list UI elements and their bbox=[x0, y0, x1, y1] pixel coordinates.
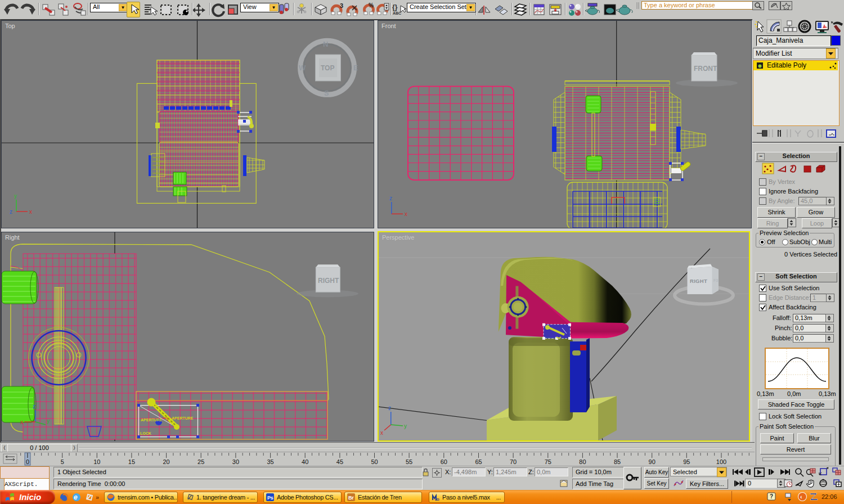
svg-text:W: W bbox=[299, 64, 306, 72]
svg-text:%: % bbox=[369, 2, 374, 8]
svg-text:10: 10 bbox=[93, 458, 100, 465]
svg-text:Perspective: Perspective bbox=[382, 234, 414, 241]
svg-text:RIGHT: RIGHT bbox=[318, 277, 339, 285]
svg-text:»: » bbox=[96, 494, 99, 501]
svg-text:LOCK: LOCK bbox=[140, 431, 151, 435]
svg-text:RIGHT: RIGHT bbox=[690, 278, 707, 284]
svg-text:?: ? bbox=[770, 493, 773, 500]
svg-text:35: 35 bbox=[267, 458, 273, 465]
svg-text:90: 90 bbox=[649, 458, 656, 465]
svg-text:100: 100 bbox=[716, 458, 726, 465]
svg-text:{}: {} bbox=[392, 3, 398, 11]
svg-text:y: y bbox=[47, 418, 50, 424]
svg-text:22:06: 22:06 bbox=[821, 493, 837, 500]
svg-text:Ps: Ps bbox=[267, 495, 273, 501]
svg-text:80: 80 bbox=[579, 458, 586, 465]
svg-text:x: x bbox=[29, 209, 32, 215]
svg-text:ABC: ABC bbox=[393, 11, 401, 15]
svg-text:z: z bbox=[389, 195, 392, 201]
svg-text:E: E bbox=[353, 64, 358, 72]
svg-text:55: 55 bbox=[406, 458, 412, 465]
svg-text:Front: Front bbox=[381, 22, 396, 29]
svg-text:25: 25 bbox=[197, 458, 204, 465]
svg-text:S: S bbox=[324, 89, 329, 97]
svg-text:3: 3 bbox=[340, 2, 343, 9]
svg-text:60: 60 bbox=[441, 458, 447, 465]
svg-text:y: y bbox=[404, 423, 407, 429]
svg-text:z: z bbox=[10, 209, 12, 215]
svg-text:65: 65 bbox=[475, 458, 482, 465]
svg-text:F3: F3 bbox=[713, 278, 718, 282]
svg-text:95: 95 bbox=[683, 458, 690, 465]
svg-text:z: z bbox=[33, 403, 35, 410]
svg-text:FRONT: FRONT bbox=[694, 65, 717, 73]
svg-text:Inicio: Inicio bbox=[19, 492, 41, 502]
svg-text:Br: Br bbox=[348, 495, 354, 501]
svg-text:75: 75 bbox=[545, 458, 551, 465]
svg-text:y: y bbox=[14, 193, 17, 199]
svg-text:‹: ‹ bbox=[800, 493, 802, 500]
svg-text:85: 85 bbox=[614, 458, 621, 465]
svg-text:x: x bbox=[20, 419, 23, 425]
svg-text:TOP: TOP bbox=[321, 64, 334, 72]
svg-text:e: e bbox=[74, 493, 78, 501]
svg-text:APERTURE: APERTURE bbox=[141, 418, 163, 422]
svg-text:20: 20 bbox=[163, 458, 169, 465]
svg-text:N: N bbox=[323, 40, 328, 48]
svg-text:Top: Top bbox=[5, 22, 15, 29]
svg-text:45: 45 bbox=[336, 458, 343, 465]
svg-text:x: x bbox=[405, 211, 407, 217]
svg-text:3DS: 3DS bbox=[435, 498, 439, 501]
svg-text:5: 5 bbox=[61, 458, 64, 465]
svg-text:15: 15 bbox=[128, 458, 135, 465]
svg-text:50: 50 bbox=[371, 458, 378, 465]
svg-text:40: 40 bbox=[302, 458, 308, 465]
svg-text:30: 30 bbox=[232, 458, 239, 465]
svg-text:70: 70 bbox=[510, 458, 517, 465]
svg-text:Right: Right bbox=[5, 234, 20, 241]
svg-text:z: z bbox=[388, 405, 391, 411]
svg-text:0: 0 bbox=[26, 458, 29, 465]
svg-text:APERTURE: APERTURE bbox=[172, 416, 194, 420]
svg-text:x: x bbox=[380, 430, 383, 436]
